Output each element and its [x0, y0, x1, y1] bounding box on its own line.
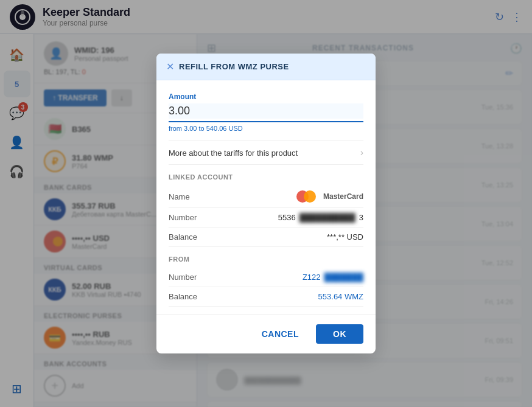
modal-close-icon[interactable]: ✕: [166, 61, 174, 72]
from-balance-row: Balance 553.64 WMZ: [169, 287, 363, 307]
name-field-label: Name: [169, 192, 190, 201]
modal-title: REFILL FROM WMZ PURSE: [179, 62, 289, 71]
number-field-label: Number: [169, 213, 197, 222]
tariff-arrow-icon: ›: [360, 147, 363, 158]
linked-number-row: Number 5536██████████3: [169, 208, 363, 228]
refill-modal: ✕ REFILL FROM WMZ PURSE Amount from 3.00…: [156, 54, 376, 353]
modal-footer: CANCEL OK: [156, 314, 376, 353]
number-suffix: 3: [359, 213, 363, 222]
tariff-text: More about the tariffs for this product: [169, 148, 298, 158]
number-middle: ██████████: [299, 213, 355, 222]
mc-circle2: [304, 190, 316, 203]
modal-body: Amount from 3.00 to 540.06 USD More abou…: [156, 80, 376, 307]
tariff-link[interactable]: More about the tariffs for this product …: [169, 141, 363, 165]
balance-value: ***,** USD: [327, 232, 363, 242]
from-number-prefix: Z122: [303, 273, 321, 282]
linked-account-label: LINKED ACCOUNT: [169, 173, 363, 181]
mastercard-logo: [296, 190, 316, 203]
number-value: 5536██████████3: [278, 213, 363, 222]
from-label: FROM: [169, 256, 363, 263]
number-prefix: 5536: [278, 213, 296, 222]
from-number-middle: ███████: [324, 273, 363, 282]
from-number-label: Number: [169, 273, 197, 282]
amount-hint: from 3.00 to 540.06 USD: [169, 125, 363, 132]
cancel-button[interactable]: CANCEL: [252, 324, 309, 344]
ok-button[interactable]: OK: [316, 324, 363, 344]
from-number-row: Number Z122███████: [169, 268, 363, 287]
linked-balance-row: Balance ***,** USD: [169, 228, 363, 247]
linked-name-row: Name MasterCard: [169, 186, 363, 208]
from-number-value: Z122███████: [303, 273, 363, 282]
amount-input-wrap: [169, 103, 363, 122]
modal-header: ✕ REFILL FROM WMZ PURSE: [156, 54, 376, 80]
mc-brand-text: MasterCard: [323, 192, 363, 201]
balance-field-label: Balance: [169, 232, 197, 242]
mc-name-value: MasterCard: [296, 190, 363, 203]
amount-input[interactable]: [169, 103, 363, 119]
amount-label: Amount: [169, 92, 363, 101]
modal-overlay: ✕ REFILL FROM WMZ PURSE Amount from 3.00…: [0, 0, 532, 407]
from-balance-label: Balance: [169, 292, 197, 301]
from-balance-value: 553.64 WMZ: [318, 292, 363, 301]
